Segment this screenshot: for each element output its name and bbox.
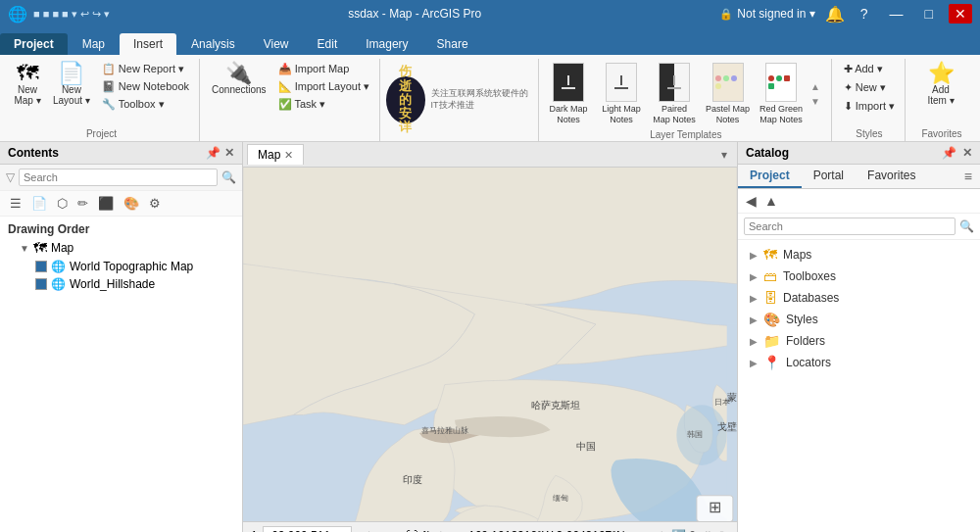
catalog-tab-project[interactable]: Project	[738, 165, 802, 188]
light-map-notes-button[interactable]: Light MapNotes	[598, 61, 645, 127]
nav-tool[interactable]: ⇅	[421, 529, 431, 533]
pause-icon[interactable]: ⏸	[702, 529, 713, 533]
coords-dropdown[interactable]: ▾	[628, 529, 634, 533]
contents-tree: Drawing Order ▼ 🗺 Map 🌐 World Topographi…	[0, 217, 242, 532]
catalog-up-button[interactable]: ▲	[762, 191, 780, 211]
world-topo-label: World Topographic Map	[70, 260, 193, 273]
catalog-back-button[interactable]: ◀	[744, 191, 759, 211]
catalog-item-toolboxes[interactable]: ▶ 🗃 Toolboxes	[738, 266, 980, 287]
dark-map-notes-button[interactable]: Dark MapNotes	[545, 61, 592, 127]
catalog-item-databases[interactable]: ▶ 🗄 Databases	[738, 287, 980, 309]
locate-tool[interactable]: ⊕	[378, 529, 388, 533]
import-layout-button[interactable]: 📐 Import Layout ▾	[274, 78, 373, 95]
catalog-header: Catalog 📌 ✕	[738, 142, 980, 165]
scale-value: 1:	[251, 529, 261, 533]
contents-header: Contents 📌 ✕	[0, 142, 242, 165]
scale-select[interactable]: 62,969,511	[263, 526, 352, 533]
catalog-menu-button[interactable]: ≡	[956, 165, 980, 188]
hex-tool[interactable]: ⬡	[53, 194, 72, 213]
page-tool[interactable]: 📄	[27, 194, 51, 213]
contents-close[interactable]: ✕	[224, 146, 234, 160]
locators-expand-arrow: ▶	[750, 358, 758, 368]
tab-edit[interactable]: Edit	[304, 33, 352, 55]
task-button[interactable]: ✅ Task ▾	[274, 96, 373, 113]
tab-share[interactable]: Share	[423, 33, 482, 55]
map-tab-close[interactable]: ✕	[284, 149, 293, 162]
styles-group: ✚ Add ▾ ✦ New ▾ ⬇ Import ▾ Styles	[834, 59, 906, 141]
list-tool[interactable]: ☰	[6, 194, 25, 213]
catalog-item-locators[interactable]: ▶ 📍 Locators	[738, 352, 980, 373]
star-icon: ⭐	[928, 63, 955, 84]
red-green-map-notes-button[interactable]: Red GreenMap Notes	[758, 61, 805, 127]
map-tab-dropdown[interactable]: ▾	[715, 146, 733, 164]
refresh-icon[interactable]: ↻	[719, 529, 729, 533]
tab-analysis[interactable]: Analysis	[177, 33, 249, 55]
grid-tool[interactable]: ⊞	[392, 529, 402, 533]
tab-imagery[interactable]: Imagery	[352, 33, 421, 55]
brush-tool[interactable]: 🎨	[120, 194, 143, 213]
map-tree-item[interactable]: ▼ 🗺 Map	[0, 238, 242, 258]
coordinates-display: 169.1013210°W 3.6643107°N ▾	[450, 529, 653, 533]
map-tab[interactable]: Map ✕	[247, 144, 304, 165]
tab-map[interactable]: Map	[69, 33, 119, 55]
catalog-auto-hide[interactable]: 📌	[942, 146, 956, 160]
favorites-content: ⭐ AddItem ▾	[913, 61, 970, 126]
minimize-button[interactable]: —	[884, 4, 909, 24]
tab-insert[interactable]: Insert	[120, 33, 176, 55]
new-notebook-button[interactable]: 📓 New Notebook	[98, 78, 193, 95]
databases-label: Databases	[783, 291, 839, 305]
new-report-button[interactable]: 📋 New Report ▾	[98, 61, 193, 77]
tab-view[interactable]: View	[250, 33, 303, 55]
main-area: Contents 📌 ✕ ▽ 🔍 ☰ 📄 ⬡ ✏ ⬛ 🎨 ⚙ Drawing O…	[0, 142, 980, 532]
toolbox-button[interactable]: 🔧 Toolbox ▾	[98, 96, 193, 113]
databases-expand-arrow: ▶	[750, 293, 758, 304]
databases-icon: 🗄	[763, 290, 777, 306]
toolboxes-expand-arrow: ▶	[750, 271, 758, 282]
catalog-tab-favorites[interactable]: Favorites	[856, 165, 927, 188]
map-tools: ⊕ ⊞ ⛶ ⇅	[378, 529, 431, 533]
maximize-button[interactable]: □	[919, 4, 939, 24]
zoom-extent-tool[interactable]: ⛶	[406, 529, 417, 533]
catalog-item-folders[interactable]: ▶ 📁 Folders	[738, 330, 980, 352]
catalog-tab-portal[interactable]: Portal	[802, 165, 856, 188]
paired-map-notes-button[interactable]: PairedMap Notes	[651, 61, 698, 127]
catalog-item-maps[interactable]: ▶ 🗺 Maps	[738, 244, 980, 266]
new-layout-button[interactable]: 📄 NewLayout ▾	[49, 61, 94, 108]
notification-icon[interactable]: 🔔	[825, 5, 845, 24]
svg-text:⊞: ⊞	[709, 498, 721, 515]
tab-project[interactable]: Project	[0, 33, 68, 55]
contents-search-input[interactable]	[19, 169, 218, 186]
contents-auto-hide[interactable]: 📌	[206, 146, 220, 160]
new-map-button[interactable]: 🗺 NewMap ▾	[10, 61, 45, 108]
template-scroll-arrows[interactable]: ▲ ▼	[810, 81, 820, 107]
not-signed-in[interactable]: 🔒 Not signed in ▾	[719, 7, 814, 21]
world-hillshade-checkbox[interactable]	[35, 278, 47, 290]
catalog-header-controls: 📌 ✕	[942, 146, 972, 160]
new-style-button[interactable]: ✦ New ▾	[840, 79, 899, 96]
layer-world-hillshade[interactable]: 🌐 World_Hillshade	[0, 275, 242, 293]
catalog-nav: ◀ ▲	[738, 189, 980, 214]
add-favorite-button[interactable]: ⭐ AddItem ▾	[913, 61, 968, 108]
map-tab-bar: Map ✕ ▾	[243, 142, 737, 168]
rect-tool[interactable]: ⬛	[94, 194, 118, 213]
layer-world-topo[interactable]: 🌐 World Topographic Map	[0, 258, 242, 275]
connections-button[interactable]: 🔌 Connections	[208, 61, 270, 97]
help-button[interactable]: ?	[855, 4, 874, 24]
catalog-item-styles[interactable]: ▶ 🎨 Styles	[738, 309, 980, 330]
world-topo-checkbox[interactable]	[35, 261, 47, 272]
pencil-tool[interactable]: ✏	[74, 194, 92, 213]
world-topo-icon: 🌐	[51, 260, 66, 273]
pastel-map-notes-button[interactable]: Pastel MapNotes	[704, 61, 752, 127]
add-style-button[interactable]: ✚ Add ▾	[840, 61, 899, 77]
coordinates-value: 169.1013210°W 3.6643107°N	[468, 529, 625, 533]
catalog-search-input[interactable]	[744, 218, 956, 235]
styles-label: Styles	[786, 313, 818, 326]
import-style-button[interactable]: ⬇ Import ▾	[840, 98, 899, 115]
gear-tool[interactable]: ⚙	[145, 194, 165, 213]
import-map-button[interactable]: 📥 Import Map	[274, 61, 373, 77]
map-canvas[interactable]: 哈萨克斯坦 蒙古 戈壁沙漠 中国 韩国 日本 喜马拉雅山脉 印度 缅甸 ⊞	[243, 168, 737, 521]
catalog-close[interactable]: ✕	[962, 146, 972, 160]
rotation-icon: 🔄 0	[671, 529, 696, 533]
contents-header-controls: 📌 ✕	[206, 146, 234, 160]
close-button[interactable]: ✕	[949, 4, 972, 24]
